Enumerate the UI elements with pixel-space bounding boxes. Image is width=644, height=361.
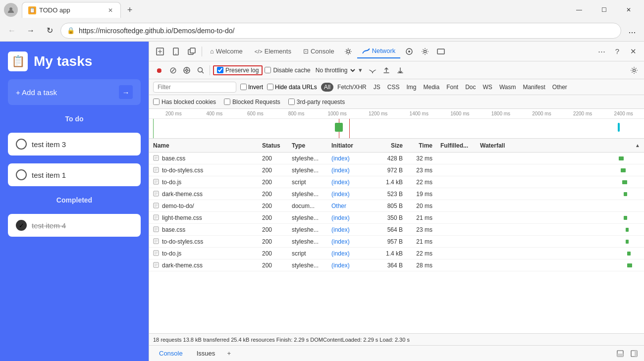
table-row[interactable]: dark-theme.css 200 styleshe... (index) 5… <box>149 188 644 200</box>
filter-tab-ws[interactable]: WS <box>480 83 495 92</box>
more-tools-button[interactable]: ⋯ <box>594 45 608 58</box>
filter-input[interactable] <box>153 82 236 93</box>
hide-data-urls-checkbox[interactable] <box>267 84 273 90</box>
checkbox-blocked-requests[interactable]: Blocked Requests <box>224 99 280 105</box>
filter-tab-font[interactable]: Font <box>443 83 461 92</box>
table-row[interactable]: to-do.js 200 script (index) 1.4 kB 22 ms <box>149 176 644 188</box>
devtools-separate-button[interactable] <box>185 45 199 58</box>
upload-icon[interactable] <box>380 64 392 76</box>
filter-tab-other[interactable]: Other <box>549 83 570 92</box>
th-waterfall[interactable]: Waterfall ▲ <box>476 142 644 149</box>
filter-tab-wasm[interactable]: Wasm <box>496 83 519 92</box>
waterfall-bar <box>627 263 632 267</box>
disable-cache-label[interactable]: Disable cache <box>265 67 310 74</box>
devtools-device-button[interactable] <box>169 45 183 58</box>
bottom-tab-console[interactable]: Console <box>153 348 189 359</box>
back-button[interactable]: ← <box>4 23 20 39</box>
clear-button[interactable]: ⊘ <box>167 64 179 76</box>
throttle-select[interactable]: No throttling <box>313 65 357 75</box>
preserve-log-checkbox[interactable] <box>217 67 223 73</box>
table-row[interactable]: demo-to-do/ 200 docum... Other 805 B 20 … <box>149 200 644 212</box>
devtools-help-button[interactable]: ? <box>610 45 624 58</box>
filter-tab-css[interactable]: CSS <box>384 83 403 92</box>
file-icon <box>153 226 160 233</box>
expand-bottom-panel-button[interactable] <box>614 348 626 360</box>
filter-button[interactable] <box>181 64 193 76</box>
td-size: 1.4 kB <box>372 179 407 186</box>
th-status[interactable]: Status <box>258 142 288 149</box>
th-size[interactable]: Size <box>372 142 407 149</box>
table-row[interactable]: to-do-styles.css 200 styleshe... (index)… <box>149 236 644 248</box>
row-name: light-theme.css <box>162 214 202 221</box>
invert-checkbox-label[interactable]: Invert <box>240 84 263 91</box>
task-item-completed[interactable]: ✓ test item 4 <box>8 214 141 237</box>
close-button[interactable]: ✕ <box>617 2 640 18</box>
status-bar-text: 18 requests 13.8 kB transferred 25.4 kB … <box>153 337 410 343</box>
download-icon[interactable] <box>394 64 406 76</box>
filter-tab-media[interactable]: Media <box>420 83 442 92</box>
filter-tab-manifest[interactable]: Manifest <box>520 83 548 92</box>
preserve-log-label[interactable]: Preserve log <box>213 65 263 75</box>
table-row[interactable]: to-do.js 200 script (index) 1.4 kB 22 ms <box>149 248 644 259</box>
tab-elements[interactable]: </> Elements <box>250 45 296 58</box>
devtools-inspect-button[interactable] <box>153 45 167 58</box>
timeline-tick: 1600 ms <box>439 111 481 116</box>
add-task-button[interactable]: + Add a task → <box>8 79 141 105</box>
table-row[interactable]: light-theme.css 200 styleshe... (index) … <box>149 212 644 224</box>
filter-tab-fetch/xhr[interactable]: Fetch/XHR <box>334 83 370 92</box>
tab-debugger[interactable] <box>341 45 355 58</box>
network-request-table[interactable]: Name Status Type Initiator Size Time Ful… <box>149 139 644 333</box>
th-name[interactable]: Name <box>149 142 258 149</box>
new-tab-button[interactable]: + <box>123 3 137 17</box>
wifi-icon[interactable] <box>367 64 378 76</box>
record-button[interactable]: ⏺ <box>153 64 165 76</box>
tab-device-emulation[interactable] <box>434 45 448 58</box>
table-row[interactable]: dark-theme.css 200 styleshe... (index) 3… <box>149 259 644 271</box>
task-checkbox-checked[interactable]: ✓ <box>16 220 27 231</box>
dock-bottom-button[interactable] <box>628 348 640 360</box>
th-type[interactable]: Type <box>288 142 327 149</box>
devtools-close-button[interactable]: ✕ <box>626 45 640 58</box>
checkbox-has-blocked-cookies[interactable]: Has blocked cookies <box>153 99 216 105</box>
table-row[interactable]: base.css 200 styleshe... (index) 564 B 2… <box>149 224 644 236</box>
hide-data-urls-label[interactable]: Hide data URLs <box>267 84 317 91</box>
tab-close-button[interactable]: ✕ <box>107 6 114 14</box>
task-checkbox[interactable] <box>16 169 27 180</box>
th-time[interactable]: Time <box>407 142 436 149</box>
browser-tab-active[interactable]: 📋 TODO app ✕ <box>22 2 121 18</box>
td-size: 564 B <box>372 226 407 233</box>
search-button[interactable] <box>195 64 207 76</box>
reload-button[interactable]: ↻ <box>42 23 57 39</box>
tab-settings[interactable] <box>418 45 432 58</box>
timeline-bar-cyan <box>618 123 620 132</box>
bottom-tab-issues[interactable]: Issues <box>191 348 221 359</box>
filter-tab-all[interactable]: All <box>321 83 333 92</box>
tab-network[interactable]: Network <box>357 45 401 58</box>
more-options-button[interactable]: ... <box>624 23 640 39</box>
th-fulfilled[interactable]: Fulfilled... <box>436 142 476 149</box>
filter-tab-img[interactable]: Img <box>403 83 419 92</box>
filter-tab-doc[interactable]: Doc <box>462 83 479 92</box>
th-initiator[interactable]: Initiator <box>327 142 372 149</box>
address-bar[interactable]: 🔒 https://microsoftedge.github.io/Demos/… <box>60 23 621 39</box>
table-row[interactable]: to-do-styles.css 200 styleshe... (index)… <box>149 164 644 176</box>
tab-performance[interactable] <box>402 45 416 58</box>
timeline-ruler: 200 ms400 ms600 ms800 ms1000 ms1200 ms14… <box>149 109 644 119</box>
filter-tab-js[interactable]: JS <box>371 83 383 92</box>
forward-button[interactable]: → <box>23 23 39 39</box>
invert-checkbox[interactable] <box>240 84 247 90</box>
task-item[interactable]: test item 3 <box>8 133 141 155</box>
tab-welcome[interactable]: ⌂ Welcome <box>205 45 248 58</box>
table-row[interactable]: base.css 200 styleshe... (index) 428 B 3… <box>149 153 644 164</box>
tab-console[interactable]: ⊡ Console <box>298 45 339 58</box>
task-checkbox[interactable] <box>16 139 27 150</box>
network-settings-button[interactable] <box>628 64 640 76</box>
task-item[interactable]: test item 1 <box>8 163 141 186</box>
profile-avatar[interactable] <box>4 3 18 17</box>
tab-favicon: 📋 <box>28 6 36 14</box>
maximize-button[interactable]: ☐ <box>592 2 615 18</box>
disable-cache-checkbox[interactable] <box>265 67 271 73</box>
add-bottom-tab-button[interactable]: + <box>223 348 235 360</box>
minimize-button[interactable]: — <box>568 2 590 18</box>
checkbox-3rd-party-requests[interactable]: 3rd-party requests <box>288 99 345 105</box>
